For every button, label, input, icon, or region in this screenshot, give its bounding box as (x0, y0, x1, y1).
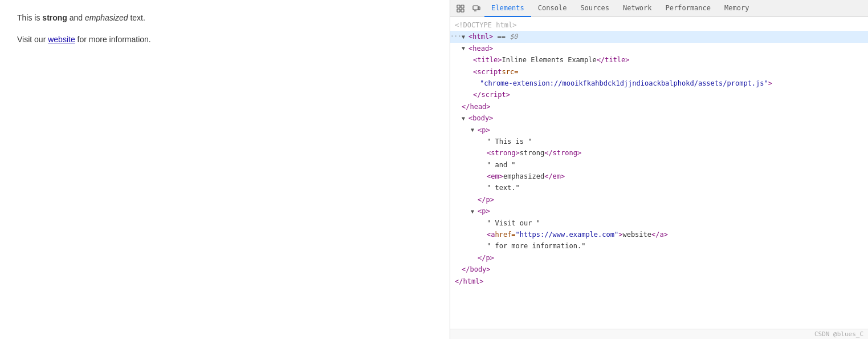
dom-p2[interactable]: ▼ <p> (450, 205, 868, 217)
dom-body-close: </body> (450, 264, 868, 275)
tab-performance[interactable]: Performance (659, 0, 718, 17)
dom-title: <title>Inline Elements Example</title> (450, 54, 868, 66)
tab-sources[interactable]: Sources (573, 0, 616, 17)
dom-p2-close: </p> (450, 252, 868, 264)
footer-text: CSDN @blues_C (814, 330, 863, 338)
dom-p2-text2: " for more information." (450, 240, 868, 252)
tab-memory[interactable]: Memory (718, 0, 756, 17)
dom-head[interactable]: ▼ <head> (450, 43, 868, 54)
dom-script-close: </script> (450, 89, 868, 100)
dom-html[interactable]: ··· ▼ <html> == $0 (450, 31, 868, 42)
dom-p1[interactable]: ▼ <p> (450, 124, 868, 136)
svg-rect-4 (473, 6, 478, 10)
paragraph-1: This is strong and emphasized text. (17, 11, 433, 24)
dom-p1-text1: " This is " (450, 136, 868, 147)
svg-rect-5 (478, 7, 480, 10)
p1-middle: and (67, 13, 85, 22)
svg-rect-1 (461, 5, 464, 8)
p2-after: for more information. (75, 35, 151, 44)
tab-elements[interactable]: Elements (484, 0, 531, 17)
dom-p1-close: </p> (450, 194, 868, 205)
dom-head-close: </head> (450, 101, 868, 112)
devtools-footer: CSDN @blues_C (450, 329, 868, 339)
device-icon[interactable] (468, 1, 484, 17)
p1-after: text. (128, 13, 145, 22)
dom-body[interactable]: ▼ <body> (450, 112, 868, 124)
svg-rect-3 (461, 9, 464, 12)
dom-tree[interactable]: <!DOCTYPE html> ··· ▼ <html> == $0 ▼ <he… (450, 17, 868, 329)
tab-console[interactable]: Console (531, 0, 574, 17)
dom-p1-text3: " text." (450, 182, 868, 193)
dom-p1-text2: " and " (450, 159, 868, 171)
tab-network[interactable]: Network (616, 0, 659, 17)
dom-em: <em>emphasized</em> (450, 171, 868, 182)
svg-rect-0 (457, 5, 460, 8)
devtools-tabs: Elements Console Sources Network Perform… (484, 0, 756, 17)
dom-doctype: <!DOCTYPE html> (450, 19, 868, 31)
dom-p2-text1: " Visit our " (450, 217, 868, 229)
p2-link[interactable]: website (48, 35, 75, 44)
p1-before: This is (17, 13, 42, 22)
paragraph-2: Visit our website for more information. (17, 33, 433, 46)
p1-em: emphasized (85, 13, 128, 22)
p1-strong: strong (42, 13, 67, 22)
svg-rect-2 (457, 9, 460, 12)
webpage-preview: This is strong and emphasized text. Visi… (0, 0, 450, 339)
dom-script-src: "chrome-extension://mooikfkahbdck1djjndi… (450, 78, 868, 89)
dom-html-close: </html> (450, 276, 868, 287)
dom-anchor: <a href="https://www.example.com">websit… (450, 229, 868, 240)
devtools-toolbar: Elements Console Sources Network Perform… (450, 0, 868, 17)
cursor-icon[interactable] (453, 1, 468, 17)
p2-before: Visit our (17, 35, 48, 44)
dom-strong: <strong>strong</strong> (450, 147, 868, 159)
devtools-panel: Elements Console Sources Network Perform… (450, 0, 868, 339)
dom-script-open: <script src= (450, 66, 868, 78)
